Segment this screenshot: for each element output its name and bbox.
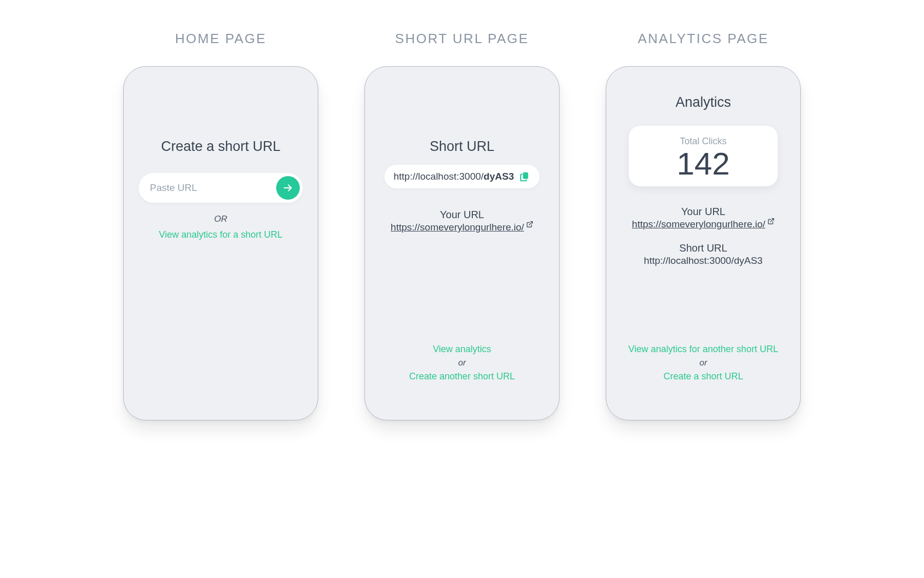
or-divider: or (458, 358, 466, 368)
shorturl-heading: Short URL (430, 139, 494, 155)
your-url-value: https://someverylongurlhere.io/ (632, 219, 765, 230)
view-analytics-link[interactable]: View analytics (433, 344, 491, 355)
short-url-pill: http://localhost:3000/dyAS3 (384, 165, 540, 188)
create-another-link[interactable]: Create another short URL (409, 371, 515, 382)
home-page-column: HOME PAGE Create a short URL OR View ana… (123, 31, 318, 420)
short-url-value: http://localhost:3000/dyAS3 (644, 255, 762, 266)
external-link-icon (526, 221, 533, 228)
your-url-link[interactable]: https://someverylongurlhere.io/ (632, 219, 775, 230)
analytics-page-column: ANALYTICS PAGE Analytics Total Clicks 14… (606, 31, 801, 420)
home-page-device: Create a short URL OR View analytics for… (123, 66, 318, 420)
or-divider: OR (214, 214, 227, 224)
url-input[interactable] (149, 182, 276, 194)
total-clicks-label: Total Clicks (634, 136, 773, 147)
view-another-analytics-link[interactable]: View analytics for another short URL (628, 344, 778, 355)
total-clicks-card: Total Clicks 142 (629, 126, 778, 186)
shorturl-page-column: SHORT URL PAGE Short URL http://localhos… (364, 31, 560, 420)
or-divider: or (699, 358, 707, 368)
svg-line-3 (771, 219, 774, 222)
submit-button[interactable] (276, 176, 300, 200)
your-url-value: https://someverylongurlhere.io/ (391, 222, 524, 233)
analytics-heading: Analytics (676, 94, 731, 110)
external-link-icon (767, 218, 775, 225)
short-url-code: dyAS3 (484, 171, 514, 182)
your-url-label: Your URL (440, 209, 484, 221)
url-input-row (139, 173, 303, 203)
home-page-title: HOME PAGE (175, 31, 266, 47)
shorturl-page-device: Short URL http://localhost:3000/dyAS3 Yo… (364, 66, 560, 420)
analytics-page-title: ANALYTICS PAGE (638, 31, 768, 47)
svg-rect-1 (523, 172, 528, 179)
analytics-page-device: Analytics Total Clicks 142 Your URL http… (606, 66, 801, 420)
short-url-prefix: http://localhost:3000/ (394, 171, 484, 182)
view-analytics-link[interactable]: View analytics for a short URL (159, 229, 283, 240)
your-url-label: Your URL (681, 206, 725, 218)
total-clicks-value: 142 (634, 147, 773, 180)
arrow-right-icon (282, 182, 294, 194)
svg-line-2 (529, 222, 532, 225)
copy-icon[interactable] (519, 171, 530, 182)
short-url-label: Short URL (679, 242, 727, 254)
shorturl-page-title: SHORT URL PAGE (395, 31, 529, 47)
home-heading: Create a short URL (161, 139, 281, 155)
your-url-link[interactable]: https://someverylongurlhere.io/ (391, 222, 533, 233)
create-short-url-link[interactable]: Create a short URL (663, 371, 743, 382)
